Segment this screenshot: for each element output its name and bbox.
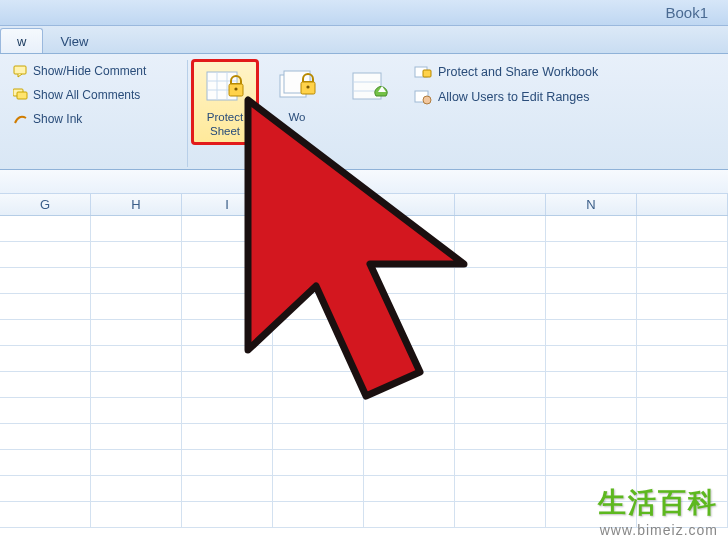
tab-view[interactable]: View [43,28,105,53]
cell[interactable] [455,346,546,371]
cell[interactable] [364,346,455,371]
cell[interactable] [91,346,182,371]
column-header[interactable] [455,194,546,215]
cell[interactable] [91,424,182,449]
cell[interactable] [91,216,182,241]
cell[interactable] [455,502,546,527]
cell[interactable] [637,476,728,501]
protect-share-workbook-button[interactable]: Protect and Share Workbook [412,62,640,82]
cell[interactable] [637,242,728,267]
cell[interactable] [0,450,91,475]
cell[interactable] [546,242,637,267]
column-header[interactable]: N [546,194,637,215]
cell[interactable] [637,372,728,397]
cell[interactable] [273,320,364,345]
column-header[interactable] [364,194,455,215]
column-header[interactable]: G [0,194,91,215]
column-header[interactable]: I [182,194,273,215]
cell[interactable] [455,424,546,449]
cell[interactable] [546,320,637,345]
cell[interactable] [0,476,91,501]
cell[interactable] [637,424,728,449]
cell[interactable] [273,476,364,501]
cell[interactable] [364,502,455,527]
cell[interactable] [455,294,546,319]
cell[interactable] [364,242,455,267]
cell[interactable] [91,268,182,293]
cell[interactable] [637,294,728,319]
tab-review-partial[interactable]: w [0,28,43,53]
cell[interactable] [273,216,364,241]
cell[interactable] [637,346,728,371]
column-header[interactable]: J [273,194,364,215]
cell[interactable] [0,320,91,345]
cell[interactable] [91,476,182,501]
cell[interactable] [0,502,91,527]
cell[interactable] [364,398,455,423]
cell[interactable] [364,450,455,475]
cell[interactable] [455,372,546,397]
cell[interactable] [364,320,455,345]
cell[interactable] [182,346,273,371]
cell[interactable] [182,372,273,397]
cell[interactable] [455,450,546,475]
cell[interactable] [182,450,273,475]
cell[interactable] [182,502,273,527]
cell[interactable] [0,346,91,371]
cell[interactable] [364,476,455,501]
cell[interactable] [91,450,182,475]
cell[interactable] [364,216,455,241]
cell[interactable] [364,372,455,397]
cell[interactable] [0,372,91,397]
cell[interactable] [0,268,91,293]
cell[interactable] [455,476,546,501]
cell[interactable] [0,294,91,319]
cell[interactable] [546,268,637,293]
cell[interactable] [455,242,546,267]
cell[interactable] [91,294,182,319]
cell[interactable] [91,242,182,267]
cell[interactable] [273,242,364,267]
cell[interactable] [546,424,637,449]
cell[interactable] [182,294,273,319]
cell[interactable] [182,424,273,449]
cell[interactable] [637,450,728,475]
cell[interactable] [455,398,546,423]
cell[interactable] [364,424,455,449]
cell[interactable] [273,372,364,397]
cell[interactable] [0,424,91,449]
cell[interactable] [546,294,637,319]
cell[interactable] [273,502,364,527]
protect-sheet-button[interactable]: Protect Sheet [192,60,258,144]
cell[interactable] [637,216,728,241]
cell[interactable] [637,320,728,345]
cell[interactable] [91,320,182,345]
cell[interactable] [455,320,546,345]
protect-workbook-button[interactable]: Wo [264,60,330,144]
cell[interactable] [364,268,455,293]
cell[interactable] [546,216,637,241]
cell[interactable] [546,476,637,501]
cell[interactable] [637,268,728,293]
allow-edit-ranges-button[interactable]: Allow Users to Edit Ranges [412,87,640,107]
cell[interactable] [637,398,728,423]
show-all-comments-button[interactable]: Show All Comments [10,86,181,104]
show-ink-button[interactable]: Show Ink [10,110,181,128]
cell[interactable] [0,398,91,423]
cell[interactable] [182,216,273,241]
cell[interactable] [0,242,91,267]
cell[interactable] [546,502,637,527]
cell[interactable] [273,346,364,371]
column-header[interactable]: H [91,194,182,215]
cell[interactable] [182,320,273,345]
cell[interactable] [637,502,728,527]
cell[interactable] [182,398,273,423]
cell[interactable] [182,268,273,293]
cell[interactable] [0,216,91,241]
worksheet-grid[interactable]: GHIJN [0,194,728,528]
cell[interactable] [546,346,637,371]
cell[interactable] [91,398,182,423]
cell[interactable] [455,216,546,241]
cell[interactable] [91,372,182,397]
cell[interactable] [273,294,364,319]
